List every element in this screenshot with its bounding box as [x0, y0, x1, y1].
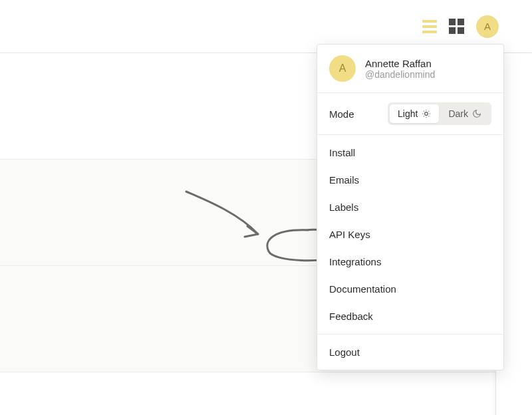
- logout-section: Logout: [317, 335, 503, 370]
- menu-list: Install Emails Labels API Keys Integrati…: [317, 135, 503, 335]
- menu-item-labels[interactable]: Labels: [317, 194, 503, 221]
- mode-dark-button[interactable]: Dark: [440, 104, 489, 123]
- menu-item-emails[interactable]: Emails: [317, 166, 503, 194]
- menu-item-label: Feedback: [329, 311, 373, 322]
- menu-item-label: Integrations: [329, 256, 381, 267]
- mode-label: Mode: [329, 108, 354, 120]
- svg-line-3: [424, 111, 424, 112]
- mode-toggle: Light Dark: [388, 102, 491, 125]
- sun-icon: [422, 109, 431, 118]
- menu-item-feedback[interactable]: Feedback: [317, 303, 503, 330]
- svg-line-4: [429, 116, 430, 116]
- hamburger-icon[interactable]: [422, 20, 437, 33]
- user-name: Annette Raffan: [365, 58, 435, 69]
- menu-item-label: Emails: [329, 174, 359, 186]
- svg-point-0: [425, 112, 428, 116]
- menu-item-api-keys[interactable]: API Keys: [317, 221, 503, 248]
- menu-item-label: Labels: [329, 202, 358, 213]
- menu-item-label: Install: [329, 147, 355, 158]
- mode-light-label: Light: [398, 108, 418, 119]
- menu-item-label: Logout: [329, 346, 360, 358]
- menu-item-label: Documentation: [329, 283, 396, 295]
- svg-line-7: [424, 116, 424, 116]
- menu-item-install[interactable]: Install: [317, 139, 503, 166]
- dropdown-avatar: A: [329, 55, 356, 82]
- mode-dark-label: Dark: [448, 108, 468, 119]
- user-dropdown: A Annette Raffan @dandelionmind Mode Lig…: [317, 44, 504, 370]
- avatar-button[interactable]: A: [476, 15, 499, 38]
- user-handle: @dandelionmind: [365, 69, 435, 80]
- dropdown-header: A Annette Raffan @dandelionmind: [317, 45, 503, 93]
- dropdown-avatar-initial: A: [339, 63, 346, 74]
- menu-item-label: API Keys: [329, 229, 370, 240]
- svg-line-8: [429, 111, 430, 112]
- mode-light-button[interactable]: Light: [390, 104, 439, 123]
- mode-row: Mode Light Dark: [317, 93, 503, 135]
- menu-item-integrations[interactable]: Integrations: [317, 248, 503, 275]
- moon-icon: [472, 109, 481, 118]
- avatar-initial: A: [484, 21, 491, 32]
- menu-item-logout[interactable]: Logout: [317, 339, 503, 366]
- grid-icon[interactable]: [449, 19, 464, 34]
- menu-item-documentation[interactable]: Documentation: [317, 275, 503, 303]
